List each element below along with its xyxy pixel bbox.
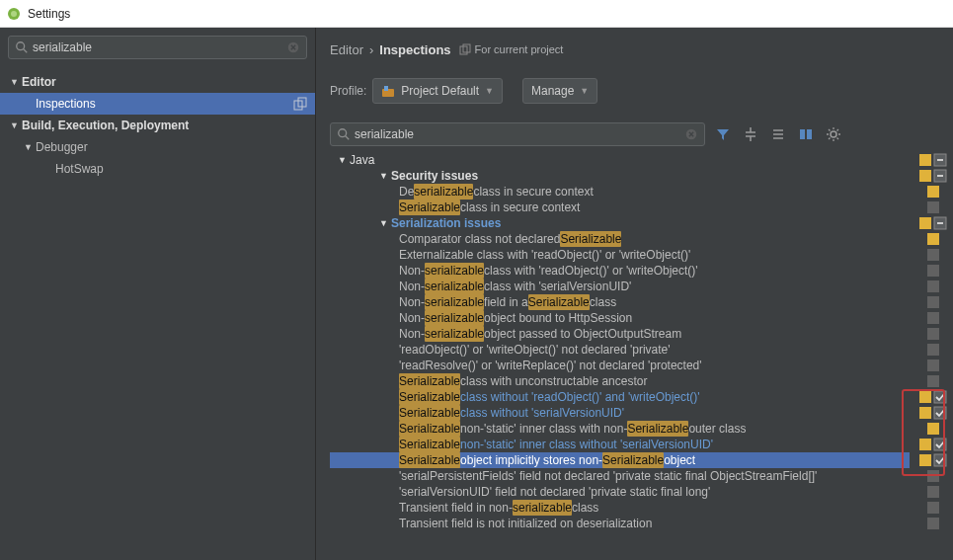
inspection-item[interactable]: Serializable class without 'serialVersio… bbox=[330, 405, 910, 421]
severity-indicator bbox=[927, 518, 939, 529]
project-scope-note: For current project bbox=[459, 43, 564, 55]
inspection-item[interactable]: Comparator class not declared Serializab… bbox=[330, 231, 910, 247]
gutter-row bbox=[913, 452, 953, 468]
inspection-item[interactable]: Non-serializable class with 'serialVersi… bbox=[330, 279, 910, 294]
breadcrumb-sub: Inspections bbox=[379, 42, 450, 57]
clear-icon[interactable] bbox=[684, 127, 698, 141]
inspection-item[interactable]: Non-serializable object passed to Object… bbox=[330, 326, 910, 342]
checkbox-mixed-icon[interactable] bbox=[933, 216, 947, 230]
svg-line-12 bbox=[346, 136, 350, 140]
caret-down-icon: ▼ bbox=[485, 86, 494, 96]
severity-indicator bbox=[927, 186, 939, 198]
severity-indicator bbox=[927, 423, 939, 435]
app-icon bbox=[6, 6, 22, 22]
gutter-row bbox=[913, 437, 953, 452]
gutter-row bbox=[913, 184, 953, 200]
checkbox-checked-icon[interactable] bbox=[933, 390, 947, 404]
checkbox-mixed-icon[interactable] bbox=[933, 169, 947, 183]
profile-select[interactable]: Project Default ▼ bbox=[372, 78, 503, 104]
severity-indicator bbox=[927, 233, 939, 245]
svg-rect-18 bbox=[937, 159, 943, 161]
window-title: Settings bbox=[28, 7, 70, 21]
inspection-item[interactable]: 'serialVersionUID' field not declared 'p… bbox=[330, 484, 910, 500]
severity-indicator bbox=[927, 265, 939, 277]
severity-indicator bbox=[927, 375, 939, 387]
svg-point-2 bbox=[17, 42, 25, 50]
inspection-group[interactable]: ▼Serialization issues bbox=[330, 215, 910, 231]
inspection-item[interactable]: Serializable class with unconstructable … bbox=[330, 373, 910, 389]
inspection-item[interactable]: Externalizable class with 'readObject()'… bbox=[330, 247, 910, 263]
sidebar-item-inspections[interactable]: Inspections bbox=[0, 93, 315, 115]
checkbox-mixed-icon[interactable] bbox=[933, 153, 947, 167]
inspection-item[interactable]: Transient field in non-serializable clas… bbox=[330, 500, 910, 516]
sidebar-search-input[interactable] bbox=[29, 40, 286, 54]
inspection-item[interactable]: Transient field is not initialized on de… bbox=[330, 516, 910, 531]
inspection-item[interactable]: Non-serializable object bound to HttpSes… bbox=[330, 310, 910, 326]
inspection-item[interactable]: Serializable object implicitly stores no… bbox=[330, 452, 910, 468]
inspection-item[interactable]: Non-serializable field in a Serializable… bbox=[330, 294, 910, 310]
inspections-search[interactable] bbox=[330, 122, 705, 146]
inspection-group[interactable]: ▼Security issues bbox=[330, 168, 910, 184]
severity-indicator bbox=[927, 249, 939, 261]
severity-indicator bbox=[927, 502, 939, 514]
inspection-item[interactable]: Serializable class in secure context bbox=[330, 200, 910, 215]
gutter-row bbox=[913, 421, 953, 437]
profile-icon bbox=[381, 84, 395, 98]
content: Editor › Inspections For current project… bbox=[316, 28, 953, 560]
gutter-row bbox=[913, 294, 953, 310]
gutter-row bbox=[913, 263, 953, 279]
inspection-item[interactable]: Non-serializable class with 'readObject(… bbox=[330, 263, 910, 279]
search-icon bbox=[15, 40, 29, 54]
gutter-row bbox=[913, 358, 953, 373]
clear-icon[interactable] bbox=[286, 40, 300, 54]
sidebar-item-editor[interactable]: ▼Editor bbox=[0, 71, 315, 93]
gear-icon[interactable] bbox=[826, 126, 841, 142]
diff-icon[interactable] bbox=[798, 126, 814, 142]
severity-indicator bbox=[919, 170, 931, 182]
inspection-item[interactable]: Serializable non-'static' inner class wi… bbox=[330, 437, 910, 452]
gutter-row bbox=[913, 247, 953, 263]
sidebar: ▼EditorInspections▼Build, Execution, Dep… bbox=[0, 28, 316, 560]
copy-icon bbox=[293, 97, 307, 111]
gutter-row bbox=[913, 484, 953, 500]
svg-rect-23 bbox=[934, 391, 946, 403]
search-icon bbox=[337, 127, 351, 141]
checkbox-checked-icon[interactable] bbox=[933, 453, 947, 467]
profile-label: Profile: bbox=[330, 84, 366, 98]
expand-all-icon[interactable] bbox=[743, 126, 758, 142]
gutter-row bbox=[913, 168, 953, 184]
inspection-item[interactable]: 'readResolve()' or 'writeReplace()' not … bbox=[330, 358, 910, 373]
titlebar: Settings bbox=[0, 0, 953, 28]
checkbox-checked-icon[interactable] bbox=[933, 438, 947, 451]
severity-indicator bbox=[919, 154, 931, 166]
filter-icon[interactable] bbox=[715, 126, 731, 142]
gutter-row bbox=[913, 310, 953, 326]
sidebar-item-hotswap[interactable]: HotSwap bbox=[0, 158, 315, 180]
sidebar-search[interactable] bbox=[8, 36, 307, 59]
sidebar-item-debugger[interactable]: ▼Debugger bbox=[0, 136, 315, 158]
sidebar-item-build-execution-deployment[interactable]: ▼Build, Execution, Deployment bbox=[0, 115, 315, 136]
svg-rect-20 bbox=[937, 175, 943, 177]
inspection-item[interactable]: Serializable non-'static' inner class wi… bbox=[330, 421, 910, 437]
severity-indicator bbox=[927, 360, 939, 371]
gutter-row bbox=[913, 389, 953, 405]
severity-indicator bbox=[919, 407, 931, 419]
svg-rect-25 bbox=[934, 439, 946, 450]
inspection-item[interactable]: Deserializable class in secure context bbox=[330, 184, 910, 200]
collapse-all-icon[interactable] bbox=[770, 126, 786, 142]
gutter-row bbox=[913, 516, 953, 531]
checkbox-checked-icon[interactable] bbox=[933, 406, 947, 420]
severity-indicator bbox=[927, 201, 939, 213]
svg-rect-22 bbox=[937, 222, 943, 224]
manage-button[interactable]: Manage ▼ bbox=[522, 78, 597, 104]
breadcrumb-section: Editor bbox=[330, 42, 363, 57]
inspection-item[interactable]: 'readObject()' or 'writeObject()' not de… bbox=[330, 342, 910, 358]
inspection-item[interactable]: 'serialPersistentFields' field not decla… bbox=[330, 468, 910, 484]
caret-down-icon: ▼ bbox=[580, 86, 589, 96]
gutter-row bbox=[913, 500, 953, 516]
inspection-item[interactable]: Serializable class without 'readObject()… bbox=[330, 389, 910, 405]
severity-indicator bbox=[919, 439, 931, 450]
svg-rect-26 bbox=[934, 454, 946, 466]
inspections-search-input[interactable] bbox=[351, 127, 684, 141]
inspection-group-java[interactable]: ▼Java bbox=[330, 152, 910, 168]
